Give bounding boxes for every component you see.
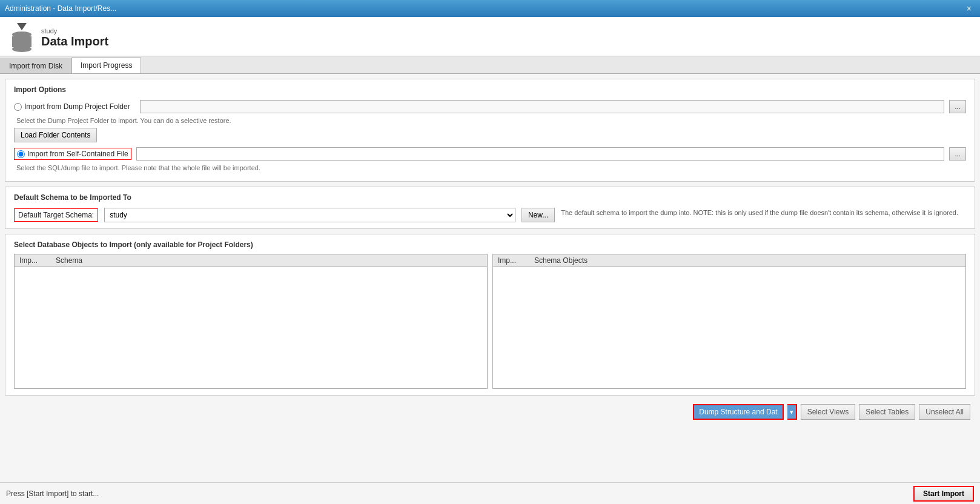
schema-col2: Schema (56, 256, 82, 265)
arrow-down-icon (17, 23, 27, 30)
default-target-schema-label: Default Target Schema: (14, 208, 98, 222)
header-text: study Data Import (41, 27, 108, 48)
status-message: Press [Start Import] to start... (6, 489, 99, 498)
schema-objects-col2: Schema Objects (534, 256, 588, 265)
close-button[interactable]: × (963, 2, 975, 15)
load-folder-contents-button[interactable]: Load Folder Contents (14, 128, 97, 142)
page-title: Data Import (41, 35, 108, 48)
tabs-bar: Import from Disk Import Progress (0, 56, 980, 74)
db-objects-title: Select Database Objects to Import (only … (14, 240, 966, 249)
cylinder-bottom (12, 46, 31, 52)
schema-objects-col1: Imp... (498, 256, 516, 265)
schema-name: study (41, 27, 108, 35)
load-folder-row: Load Folder Contents (14, 128, 966, 142)
self-contained-file-label: Import from Self-Contained File (14, 148, 131, 160)
self-contained-file-row: Import from Self-Contained File C:\Users… (14, 147, 966, 161)
dump-structure-button[interactable]: Dump Structure and Dat (693, 404, 783, 420)
dump-dropdown-button[interactable]: ▾ (787, 404, 797, 420)
dump-project-folder-input[interactable]: C:\Users\ASUS\Documents\dumps (140, 100, 944, 113)
header: study Data Import (0, 17, 980, 56)
schema-panel: Imp... Schema (14, 254, 488, 389)
default-schema-section: Default Schema to be Imported To Default… (5, 187, 975, 229)
dump-project-folder-label: Import from Dump Project Folder (14, 102, 135, 111)
import-options-title: Import Options (14, 85, 966, 94)
database-icon (10, 23, 34, 52)
dump-project-browse-button[interactable]: ... (949, 100, 966, 113)
import-options-section: Import Options Import from Dump Project … (5, 79, 975, 182)
bottom-toolbar: Dump Structure and Dat ▾ Select Views Se… (5, 400, 975, 423)
select-views-button[interactable]: Select Views (801, 404, 855, 420)
schema-panel-body (15, 267, 487, 388)
dump-project-folder-row: Import from Dump Project Folder C:\Users… (14, 100, 966, 113)
schema-col1: Imp... (19, 256, 38, 265)
schema-objects-panel-body (493, 267, 965, 388)
dump-project-hint: Select the Dump Project Folder to import… (16, 117, 966, 124)
new-schema-button[interactable]: New... (521, 208, 555, 222)
select-tables-button[interactable]: Select Tables (859, 404, 915, 420)
default-target-schema-select[interactable]: study (104, 208, 515, 222)
title-bar-text: Administration - Data Import/Res... (5, 4, 963, 13)
schema-panel-header: Imp... Schema (15, 254, 487, 267)
start-import-button[interactable]: Start Import (913, 486, 974, 502)
schema-note: The default schema to import the dump in… (561, 208, 966, 218)
main-content: Import Options Import from Dump Project … (0, 74, 980, 504)
status-bar: Press [Start Import] to start... Start I… (0, 482, 980, 504)
schema-objects-panel-header: Imp... Schema Objects (493, 254, 965, 267)
db-objects-section: Select Database Objects to Import (only … (5, 234, 975, 396)
db-objects-panels: Imp... Schema Imp... Schema Objects (14, 254, 966, 389)
cylinder-top (12, 31, 31, 38)
self-contained-file-input[interactable]: C:\Users\ASUS\Documents\dumps\export.sql (136, 147, 944, 161)
default-schema-title: Default Schema to be Imported To (14, 193, 966, 202)
self-contained-radio-group: Import from Self-Contained File (14, 148, 131, 160)
self-contained-hint: Select the SQL/dump file to import. Plea… (16, 164, 966, 171)
self-contained-radio[interactable] (17, 150, 25, 158)
self-contained-browse-button[interactable]: ... (949, 147, 966, 161)
schema-objects-panel: Imp... Schema Objects (492, 254, 966, 389)
schema-row: Default Target Schema: study New... The … (14, 208, 966, 222)
tab-import-progress[interactable]: Import Progress (71, 58, 141, 73)
unselect-all-button[interactable]: Unselect All (919, 404, 970, 420)
dump-project-radio[interactable] (14, 103, 22, 111)
title-bar: Administration - Data Import/Res... × (0, 0, 980, 17)
tab-import-from-disk[interactable]: Import from Disk (0, 58, 71, 73)
